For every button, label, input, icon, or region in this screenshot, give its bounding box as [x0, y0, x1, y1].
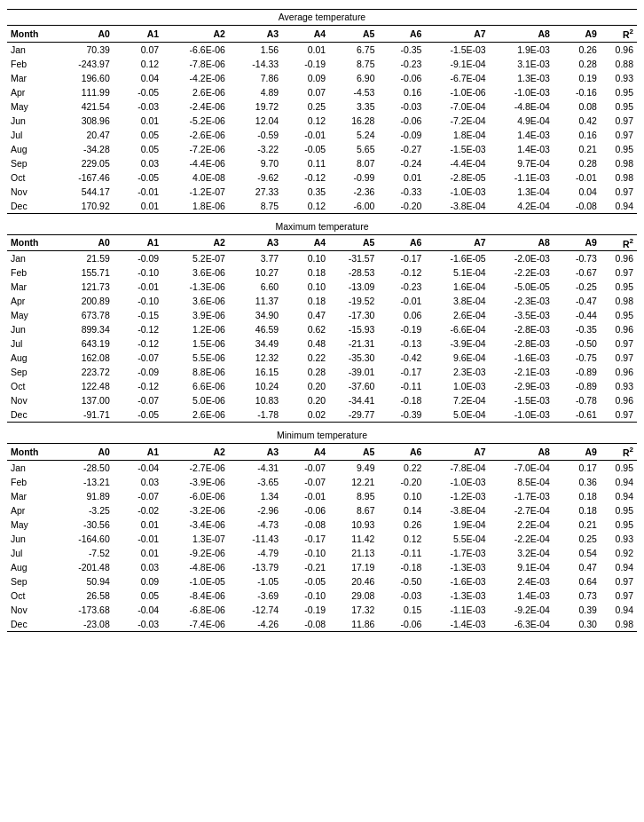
table-cell: -0.23 [378, 57, 425, 71]
table-cell: -29.77 [329, 407, 378, 423]
table-cell: -0.33 [378, 185, 425, 199]
table-cell: 20.46 [329, 574, 378, 589]
table-cell: -5.0E-05 [490, 280, 554, 294]
table-cell: 0.01 [114, 546, 162, 560]
table-cell: 0.12 [282, 114, 329, 128]
table-cell: 0.01 [114, 114, 162, 128]
table-cell: -3.25 [50, 503, 114, 518]
table-cell: 12.32 [229, 351, 282, 365]
table-row: Apr200.89-0.103.6E-0611.370.18-19.52-0.0… [7, 294, 637, 308]
table-cell: 3.77 [229, 251, 282, 266]
col-sub-header-1-11: R2 [601, 234, 637, 251]
table-cell: 0.21 [554, 518, 601, 532]
table-cell: -17.30 [329, 308, 378, 322]
table-cell: -34.41 [329, 393, 378, 407]
table-row: Jan70.390.07-6.6E-061.560.016.75-0.35-1.… [7, 42, 637, 57]
col-sub-header-1-9: A8 [490, 234, 554, 251]
table-cell: -0.01 [114, 185, 162, 199]
table-row: Nov137.00-0.075.0E-0610.830.20-34.41-0.1… [7, 393, 637, 407]
table-cell: -0.13 [378, 336, 425, 351]
table-cell: -3.2E-06 [162, 503, 229, 518]
table-cell: -0.19 [282, 603, 329, 617]
table-cell: 1.5E-06 [162, 336, 229, 351]
table-cell: -0.47 [554, 294, 601, 308]
table-cell: Dec [7, 199, 50, 214]
table-cell: -7.4E-06 [162, 617, 229, 632]
table-cell: -164.60 [50, 532, 114, 546]
table-cell: -0.67 [554, 265, 601, 280]
table-cell: 0.98 [601, 294, 637, 308]
table-cell: 2.6E-04 [425, 308, 489, 322]
table-cell: 0.94 [601, 603, 637, 617]
table-cell: 10.83 [229, 393, 282, 407]
table-row: Apr-3.25-0.02-3.2E-06-2.96-0.068.670.14-… [7, 503, 637, 518]
col-sub-header-2-4: A3 [229, 444, 282, 461]
table-row: Jul20.470.05-2.6E-06-0.59-0.015.24-0.091… [7, 128, 637, 142]
table-cell: Mar [7, 489, 50, 503]
table-cell: 11.37 [229, 294, 282, 308]
table-cell: 0.97 [601, 589, 637, 603]
table-cell: 34.49 [229, 336, 282, 351]
table-cell: 0.04 [554, 185, 601, 199]
table-cell: -0.09 [114, 365, 162, 379]
table-cell: 3.9E-06 [162, 308, 229, 322]
table-cell: 0.64 [554, 574, 601, 589]
col-sub-header-1-3: A2 [162, 234, 229, 251]
table-cell: -2.0E-03 [490, 251, 554, 266]
table-cell: -4.73 [229, 518, 282, 532]
table-cell: -7.2E-04 [425, 114, 489, 128]
table-cell: 0.21 [554, 142, 601, 156]
table-cell: 0.93 [601, 379, 637, 393]
table-cell: Jan [7, 42, 50, 57]
table-cell: -6.6E-06 [162, 42, 229, 57]
col-header-a8: A8 [490, 26, 554, 43]
table-cell: -4.4E-06 [162, 156, 229, 170]
table-cell: -0.12 [378, 265, 425, 280]
table-cell: -0.01 [114, 280, 162, 294]
table-cell: 5.0E-04 [425, 407, 489, 423]
table-cell: 0.97 [601, 265, 637, 280]
table-cell: 0.97 [601, 185, 637, 199]
table-cell: 9.70 [229, 156, 282, 170]
col-sub-header-2-10: A9 [554, 444, 601, 461]
table-cell: 1.3E-04 [490, 185, 554, 199]
table-cell: -1.4E-03 [425, 617, 489, 632]
col-sub-header-1-4: A3 [229, 234, 282, 251]
col-sub-header-2-1: A0 [50, 444, 114, 461]
col-header-month: Month [7, 26, 50, 43]
table-cell: -1.2E-03 [425, 489, 489, 503]
col-sub-header-1-2: A1 [114, 234, 162, 251]
table-cell: 0.95 [601, 503, 637, 518]
table-cell: -2.7E-04 [490, 503, 554, 518]
table-cell: -1.1E-03 [490, 170, 554, 185]
table-cell: Feb [7, 475, 50, 489]
table-cell: 27.33 [229, 185, 282, 199]
table-cell: -0.01 [554, 170, 601, 185]
table-cell: -6.8E-06 [162, 603, 229, 617]
table-cell: 0.96 [601, 365, 637, 379]
table-cell: -13.79 [229, 560, 282, 574]
table-cell: 0.48 [282, 336, 329, 351]
table-cell: 0.15 [378, 603, 425, 617]
col-sub-header-2-5: A4 [282, 444, 329, 461]
table-cell: -1.0E-06 [425, 85, 489, 99]
table-cell: 8.75 [329, 57, 378, 71]
table-cell: -14.33 [229, 57, 282, 71]
table-cell: -1.6E-03 [425, 574, 489, 589]
col-sub-header-2-9: A8 [490, 444, 554, 461]
table-cell: 8.95 [329, 489, 378, 503]
table-cell: -0.05 [114, 407, 162, 423]
table-cell: -0.05 [114, 85, 162, 99]
table-cell: 0.12 [282, 199, 329, 214]
table-cell: -21.31 [329, 336, 378, 351]
table-cell: -0.03 [378, 589, 425, 603]
table-cell: -0.05 [282, 142, 329, 156]
table-cell: 0.28 [282, 365, 329, 379]
col-header-a9: A9 [554, 26, 601, 43]
table-cell: 643.19 [50, 336, 114, 351]
table-cell: 162.08 [50, 351, 114, 365]
table-cell: -0.04 [114, 603, 162, 617]
table-cell: Apr [7, 294, 50, 308]
table-cell: -4.8E-04 [490, 99, 554, 114]
table-cell: -7.52 [50, 546, 114, 560]
